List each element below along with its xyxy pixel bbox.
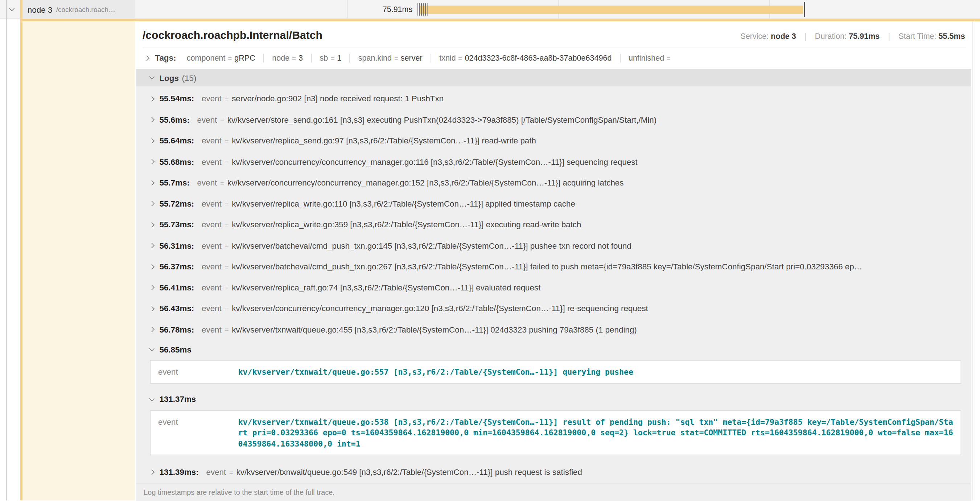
- log-equals: =: [224, 158, 229, 166]
- log-field: event: [202, 325, 222, 334]
- tag-value: gRPC: [234, 53, 255, 62]
- chevron-down-icon[interactable]: [149, 74, 154, 80]
- duration-label: Duration:: [815, 32, 846, 41]
- log-row-expanded: 131.37ms event kv/kvserver/txnwait/queue…: [136, 390, 971, 455]
- meta-separator: |: [805, 32, 807, 41]
- log-row[interactable]: 55.64ms: event = kv/kvserver/replica_sen…: [136, 130, 971, 152]
- collapse-span-chevron-icon[interactable]: [9, 6, 14, 11]
- log-value: kv/kvserver/concurrency/concurrency_mana…: [232, 304, 648, 313]
- log-row-toggle[interactable]: 131.37ms: [136, 390, 971, 409]
- tag-key: unfinished: [628, 53, 664, 62]
- log-equals: =: [229, 468, 233, 476]
- log-value: kv/kvserver/replica_send.go:97 [n3,s3,r6…: [232, 136, 536, 145]
- tag-equals: =: [331, 54, 334, 62]
- tags-label: Tags:: [155, 53, 176, 63]
- chevron-right-icon[interactable]: [149, 138, 154, 144]
- log-value: kv/kvserver/concurrency/concurrency_mana…: [232, 157, 638, 167]
- trace-detail-view: node 3 /cockroach.roach… 75.91ms /cockro…: [0, 0, 980, 501]
- meta-separator: |: [888, 32, 891, 41]
- tag-equals: =: [292, 54, 296, 62]
- tag-equals: =: [228, 54, 232, 62]
- chevron-right-icon[interactable]: [144, 55, 150, 61]
- logs-section-toggle[interactable]: Logs (15): [136, 69, 971, 86]
- span-detail-panel: /cockroach.roachpb.Internal/Batch Servic…: [135, 21, 973, 501]
- log-time: 55.68ms:: [159, 157, 194, 167]
- log-row[interactable]: 55.7ms: event = kv/kvserver/concurrency/…: [136, 172, 971, 193]
- log-row[interactable]: 55.72ms: event = kv/kvserver/replica_wri…: [136, 193, 971, 214]
- chevron-down-icon[interactable]: [149, 346, 154, 351]
- log-time: 131.39ms:: [159, 467, 198, 477]
- log-row[interactable]: 56.31ms: event = kv/kvserver/batcheval/c…: [136, 235, 971, 256]
- chevron-right-icon[interactable]: [149, 117, 154, 123]
- span-accent-border: [20, 19, 980, 21]
- chevron-right-icon[interactable]: [149, 201, 154, 207]
- chevron-right-icon[interactable]: [149, 243, 154, 248]
- tag-equals: =: [667, 54, 671, 62]
- log-field: event: [202, 304, 222, 313]
- log-value: kv/kvserver/txnwait/queue.go:455 [n3,s3,…: [232, 325, 637, 334]
- chevron-right-icon[interactable]: [149, 285, 154, 290]
- span-name-cell[interactable]: node 3 /cockroach.roach…: [20, 0, 135, 19]
- chevron-down-icon[interactable]: [149, 396, 154, 401]
- tag-value: 3: [299, 53, 303, 62]
- chevron-right-icon[interactable]: [149, 469, 154, 475]
- indent-guide-line: [6, 19, 7, 501]
- log-value: kv/kvserver/txnwait/queue.go:538 [n3,s3,…: [238, 416, 953, 449]
- span-service-name: node 3: [27, 5, 52, 14]
- log-value: kv/kvserver/replica_write.go:110 [n3,s3,…: [232, 199, 575, 208]
- log-time: 56.85ms: [159, 345, 191, 354]
- span-duration-bar[interactable]: [419, 5, 803, 13]
- tag-item: node=3: [263, 53, 311, 62]
- log-field: event: [202, 283, 222, 292]
- tag-value: 1: [337, 53, 341, 62]
- log-tick-marker-end: [804, 2, 805, 17]
- log-row[interactable]: 55.68ms: event = kv/kvserver/concurrency…: [136, 152, 971, 172]
- log-value: kv/kvserver/store_send.go:161 [n3,s3] ex…: [228, 115, 657, 124]
- log-equals: =: [220, 179, 224, 187]
- span-row: node 3 /cockroach.roach… 75.91ms: [0, 0, 980, 19]
- span-detail-header: /cockroach.roachpb.Internal/Batch Servic…: [135, 21, 972, 42]
- tag-item: component=gRPC: [178, 53, 263, 62]
- chevron-right-icon[interactable]: [149, 222, 154, 228]
- log-equals: =: [224, 263, 229, 270]
- log-row[interactable]: 55.73ms: event = kv/kvserver/replica_wri…: [136, 214, 971, 235]
- log-time: 55.64ms:: [159, 136, 194, 145]
- chevron-right-icon[interactable]: [149, 327, 154, 332]
- log-row[interactable]: 55.54ms: event = server/node.go:902 [n3]…: [136, 88, 971, 109]
- logs-section: Logs (15) 55.54ms: event = server/node.g…: [136, 69, 971, 501]
- log-value: kv/kvserver/txnwait/queue.go:549 [n3,s3,…: [237, 467, 582, 477]
- span-detail-row: /cockroach.roachpb.Internal/Batch Servic…: [0, 19, 980, 501]
- log-row[interactable]: 56.41ms: event = kv/kvserver/replica_raf…: [136, 277, 971, 298]
- log-time: 56.43ms:: [159, 304, 194, 313]
- tag-key: component: [187, 53, 226, 62]
- log-row[interactable]: 56.43ms: event = kv/kvserver/concurrency…: [136, 298, 971, 319]
- tags-section-toggle[interactable]: Tags: component=gRPC node=3 sb=1 span.ki…: [135, 48, 972, 67]
- chevron-right-icon[interactable]: [149, 264, 154, 270]
- log-time: 56.37ms:: [159, 262, 194, 271]
- log-row[interactable]: 56.37ms: event = kv/kvserver/batcheval/c…: [136, 256, 971, 278]
- log-field: event: [202, 94, 222, 104]
- log-row[interactable]: 56.78ms: event = kv/kvserver/txnwait/que…: [136, 319, 971, 340]
- log-row-toggle[interactable]: 56.85ms: [136, 340, 971, 359]
- log-value: kv/kvserver/replica_write.go:359 [n3,s3,…: [232, 220, 581, 230]
- log-rows: 55.54ms: event = server/node.go:902 [n3]…: [136, 88, 971, 482]
- log-row[interactable]: 55.6ms: event = kv/kvserver/store_send.g…: [136, 109, 971, 130]
- chevron-right-icon[interactable]: [149, 96, 154, 102]
- tag-list: component=gRPC node=3 sb=1 span.kind=ser…: [178, 53, 681, 62]
- chevron-right-icon[interactable]: [149, 159, 154, 164]
- tag-key: txnid: [439, 53, 456, 62]
- log-field: event: [202, 157, 222, 167]
- log-field: event: [202, 136, 222, 145]
- span-operation-name: /cockroach.roach…: [56, 6, 115, 13]
- tag-item: unfinished=: [620, 53, 681, 62]
- chevron-right-icon[interactable]: [149, 180, 154, 185]
- log-field: event: [206, 467, 226, 477]
- log-row[interactable]: 131.39ms: event = kv/kvserver/txnwait/qu…: [136, 461, 971, 482]
- log-time: 131.37ms: [159, 395, 196, 404]
- log-field: event: [202, 220, 222, 230]
- log-time: 56.31ms:: [159, 241, 194, 250]
- duration-value: 75.91ms: [849, 32, 880, 41]
- span-operation-title: /cockroach.roachpb.Internal/Batch: [143, 29, 323, 42]
- indent-guide-line: [6, 0, 7, 19]
- chevron-right-icon[interactable]: [149, 306, 154, 311]
